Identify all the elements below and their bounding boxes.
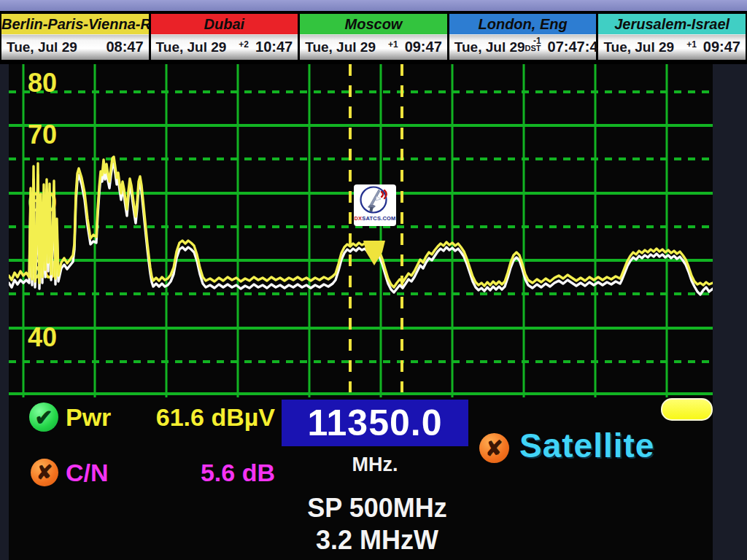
- clock-time: 08:47: [106, 39, 143, 55]
- cn-label: C/N: [66, 458, 109, 487]
- frequency-value: 11350.0: [308, 402, 443, 444]
- y-axis-label: 80: [28, 68, 57, 98]
- satellite-dish-icon: [359, 184, 391, 215]
- pwr-value: 61.6 dBµV: [124, 402, 275, 432]
- highlight-pill[interactable]: [661, 398, 713, 421]
- satellite-label: Satellite: [519, 427, 654, 464]
- clock-body: Tue, Jul 29 -1DST 07:47:49: [449, 34, 597, 60]
- clock-city-label: Moscow: [300, 14, 447, 34]
- spectrum-background: [9, 64, 713, 397]
- clock-utc-offset: -1DST: [525, 37, 541, 52]
- pwr-label: Pwr: [66, 402, 111, 432]
- dxsatcs-logo: DXSATCS.COM: [354, 184, 396, 226]
- clock-body: Tue, Jul 29 +1 09:47: [300, 34, 447, 60]
- world-clock-bar: Berlin-Paris-Vienna-Roma Tue, Jul 29 08:…: [0, 11, 747, 64]
- frequency-display[interactable]: 11350.0: [282, 400, 468, 446]
- clock-date: Tue, Jul 29: [156, 39, 227, 55]
- clock-time: 07:47:49: [548, 39, 606, 55]
- clock-cell-jerusalem: Jerusalem-Israel Tue, Jul 29 +1 09:47: [598, 14, 746, 60]
- clock-utc-offset: +2: [239, 41, 249, 48]
- window-top-strip: [0, 0, 747, 11]
- clock-cell-london: London, Eng Tue, Jul 29 -1DST 07:47:49: [449, 14, 597, 60]
- logo-wordmark: DXSATCS.COM: [354, 215, 395, 222]
- clock-body: Tue, Jul 29 +1 09:47: [598, 34, 746, 60]
- clock-city-label: London, Eng: [449, 14, 597, 34]
- clock-utc-offset: +1: [388, 41, 398, 48]
- satellite-x-icon: ✘: [479, 433, 509, 463]
- bandwidth-setting-label: 3.2 MHzW: [213, 525, 541, 556]
- cn-x-icon: ✘: [31, 459, 58, 486]
- clock-time: 09:47: [703, 39, 740, 55]
- clock-date: Tue, Jul 29: [454, 39, 525, 55]
- clock-city-label: Berlin-Paris-Vienna-Roma: [1, 14, 149, 34]
- clock-utc-offset: +1: [686, 41, 697, 48]
- frequency-unit-label: MHz.: [282, 454, 468, 476]
- clock-date: Tue, Jul 29: [603, 39, 674, 55]
- clock-cell-dubai: Dubai Tue, Jul 29 +2 10:47: [151, 14, 298, 60]
- clock-date: Tue, Jul 29: [305, 39, 376, 55]
- meter-panel: 8070605040 DXSATCS.COM ✔ Pwr 61.6 dBµV ✘…: [9, 64, 713, 560]
- clock-date: Tue, Jul 29: [7, 39, 77, 55]
- spectrum-plot: 8070605040: [9, 64, 713, 397]
- clock-body: Tue, Jul 29 08:47: [1, 34, 149, 60]
- clock-time: 09:47: [405, 39, 442, 55]
- y-axis-label: 40: [28, 322, 57, 352]
- cn-value: 5.6 dB: [124, 458, 275, 487]
- clock-city-label: Dubai: [151, 14, 298, 34]
- clock-time: 10:47: [255, 39, 293, 55]
- clock-body: Tue, Jul 29 +2 10:47: [151, 34, 298, 60]
- meter-screen: { "top_clocks": [ {"city":"Berlin-Paris-…: [0, 0, 747, 560]
- pwr-check-icon: ✔: [29, 402, 58, 432]
- clock-city-label: Jerusalem-Israel: [598, 14, 746, 34]
- clock-cell-moscow: Moscow Tue, Jul 29 +1 09:47: [300, 14, 447, 60]
- clock-cell-berlin: Berlin-Paris-Vienna-Roma Tue, Jul 29 08:…: [1, 14, 149, 60]
- span-setting-label: SP 500MHz: [213, 493, 541, 524]
- y-axis-label: 70: [28, 120, 57, 149]
